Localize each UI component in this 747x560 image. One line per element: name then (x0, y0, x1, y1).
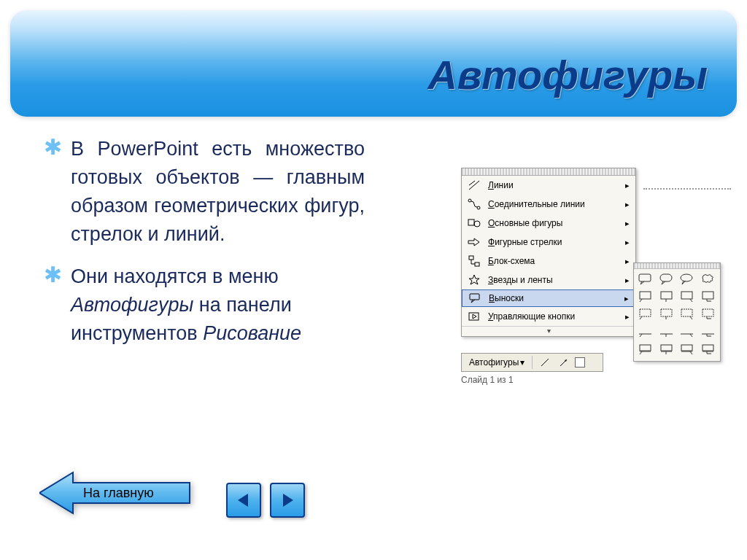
menu-item-label: Линии (488, 180, 625, 190)
svg-line-38 (640, 351, 642, 354)
svg-rect-22 (640, 309, 651, 316)
bullet-star-icon: ✱ (44, 262, 62, 287)
callout-shape-icon[interactable] (657, 306, 676, 322)
menu-grip (462, 168, 635, 176)
svg-rect-42 (681, 345, 692, 351)
svg-line-30 (640, 334, 642, 337)
callout-shape-icon[interactable] (657, 341, 676, 357)
svg-rect-11 (469, 313, 479, 320)
stars-icon (466, 273, 482, 287)
rectangle-tool-icon[interactable] (575, 357, 585, 368)
menu-item-flowchart[interactable]: Блок-схема▸ (462, 252, 635, 271)
menu-item-label: Выноски (489, 293, 624, 303)
arrow-tool-icon[interactable] (556, 357, 572, 368)
connectors-icon (466, 198, 482, 211)
dotted-divider (643, 188, 731, 190)
menu-item-connectors[interactable]: Соединительные линии▸ (462, 195, 635, 214)
prev-button[interactable] (226, 483, 261, 518)
callout-shape-icon[interactable] (636, 271, 655, 287)
svg-line-23 (640, 316, 642, 319)
flowchart-icon (466, 254, 482, 268)
svg-rect-36 (640, 345, 651, 351)
svg-rect-39 (661, 345, 672, 351)
callout-shape-icon[interactable] (678, 271, 697, 287)
menu-item-label: Звезды и ленты (488, 275, 625, 285)
submenu-arrow-icon: ▸ (625, 312, 632, 322)
callout-shape-icon[interactable] (636, 324, 655, 340)
svg-rect-15 (640, 292, 651, 299)
menu-item-label: Блок-схема (488, 256, 625, 266)
menu-item-callouts[interactable]: Выноски▸ (462, 289, 635, 307)
callout-shape-icon[interactable] (678, 341, 697, 357)
callout-shape-icon[interactable] (699, 324, 718, 340)
line-tool-icon[interactable] (537, 357, 553, 368)
svg-point-14 (681, 274, 692, 281)
svg-line-44 (690, 351, 692, 354)
svg-rect-19 (681, 292, 692, 299)
callout-shape-icon[interactable] (636, 306, 655, 322)
bullet-1: ✱ В PowerPoint есть множество готовых об… (44, 135, 365, 249)
chevron-down-icon: ▾ (520, 357, 525, 368)
svg-rect-45 (703, 345, 713, 351)
svg-rect-21 (703, 292, 713, 299)
autoshapes-screenshot: Линии▸Соединительные линии▸Основные фигу… (461, 168, 709, 416)
svg-rect-26 (681, 309, 692, 316)
bullet-2: ✱ Они находятся в меню Автофигуры на пан… (44, 262, 365, 348)
submenu-arrow-icon: ▸ (625, 238, 632, 247)
basic-shapes-icon (466, 217, 482, 230)
menu-item-label: Управляющие кнопки (488, 311, 625, 322)
toolbar-divider (532, 356, 533, 369)
callout-shape-icon[interactable] (678, 324, 697, 340)
triangle-left-icon (235, 491, 252, 509)
callouts-flyout (633, 262, 721, 362)
callout-shape-icon[interactable] (699, 271, 718, 287)
lines-icon (466, 179, 482, 192)
flyout-grip (634, 263, 720, 269)
para2-em1: Автофигуры (71, 294, 193, 316)
submenu-arrow-icon: ▸ (625, 257, 632, 266)
callout-shape-icon[interactable] (657, 289, 676, 305)
svg-line-16 (640, 299, 642, 302)
home-button-label: На главную (83, 486, 154, 501)
svg-rect-12 (639, 274, 651, 281)
menu-item-basic-shapes[interactable]: Основные фигуры▸ (462, 214, 635, 233)
callout-shape-icon[interactable] (657, 271, 676, 287)
svg-rect-6 (469, 256, 473, 260)
svg-point-5 (474, 221, 480, 227)
menu-item-block-arrows[interactable]: Фигурные стрелки▸ (462, 233, 635, 252)
callout-shape-icon[interactable] (699, 289, 718, 305)
callout-shape-icon[interactable] (636, 289, 655, 305)
callout-shape-icon[interactable] (678, 306, 697, 322)
callout-shape-icon[interactable] (636, 341, 655, 357)
callout-shape-icon[interactable] (699, 341, 718, 357)
svg-rect-7 (475, 262, 479, 266)
callout-shape-icon[interactable] (678, 289, 697, 305)
title-banner: Автофигуры (10, 10, 737, 117)
svg-rect-17 (661, 292, 672, 299)
callouts-grid (634, 269, 720, 359)
svg-line-20 (690, 299, 692, 302)
svg-rect-4 (468, 219, 474, 225)
autoshapes-dropdown-label: Автофигуры (469, 357, 519, 368)
para2-em2: Рисование (203, 322, 301, 344)
bullet-star-icon: ✱ (44, 135, 62, 160)
svg-line-47 (541, 359, 549, 366)
menu-item-action-buttons[interactable]: Управляющие кнопки▸ (462, 307, 635, 326)
callout-shape-icon[interactable] (657, 324, 676, 340)
para2-prefix: Они находятся в меню (71, 265, 279, 287)
svg-line-1 (469, 181, 475, 185)
autoshapes-dropdown[interactable]: Автофигуры ▾ (466, 357, 527, 368)
callout-shape-icon[interactable] (699, 306, 718, 322)
menu-item-stars[interactable]: Звезды и ленты▸ (462, 271, 635, 289)
home-button[interactable]: На главную (39, 471, 193, 518)
menu-item-label: Основные фигуры (488, 218, 625, 228)
slide-counter: Слайд 1 из 1 (461, 375, 514, 385)
svg-line-27 (690, 316, 692, 319)
submenu-arrow-icon: ▸ (625, 276, 632, 285)
submenu-arrow-icon: ▸ (625, 181, 632, 190)
menu-item-lines[interactable]: Линии▸ (462, 176, 635, 195)
svg-point-2 (468, 199, 471, 202)
autoshapes-menu: Линии▸Соединительные линии▸Основные фигу… (461, 168, 636, 337)
triangle-right-icon (279, 491, 296, 509)
next-button[interactable] (270, 483, 305, 518)
